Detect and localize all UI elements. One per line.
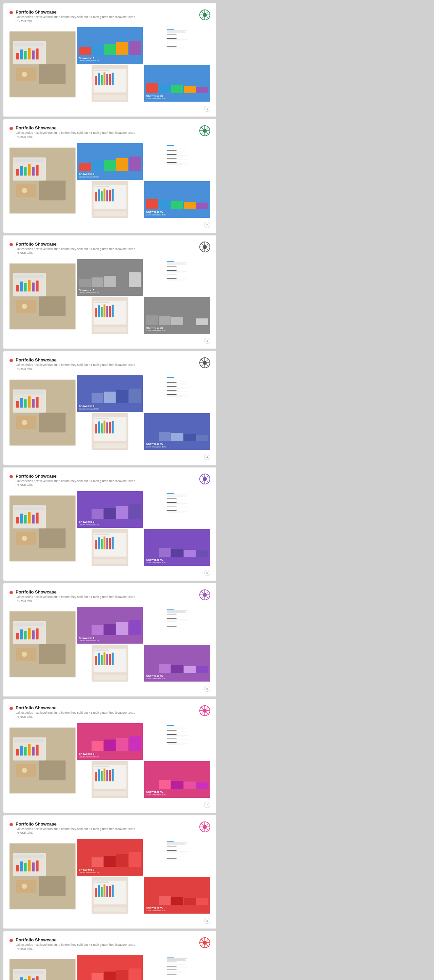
svg-rect-177 <box>36 397 39 407</box>
card-header-left: Portfolio Showcase Laktespedes next leve… <box>10 10 144 23</box>
showcase01-label: Showcase 0 <box>79 57 141 60</box>
svg-rect-245 <box>167 504 184 504</box>
svg-rect-362 <box>94 768 104 769</box>
svg-rect-355 <box>167 740 184 741</box>
svg-rect-14 <box>20 50 23 60</box>
svg-line-272 <box>206 597 209 599</box>
card-title: Portfolio Showcase <box>16 937 144 942</box>
svg-rect-105 <box>93 212 126 216</box>
svg-rect-29 <box>167 36 187 36</box>
showcase01-sub: Earth Showcase BCO <box>79 756 141 758</box>
svg-rect-183 <box>167 379 188 379</box>
svg-rect-402 <box>167 850 177 851</box>
showcase02-label: Showcase 02 <box>146 675 208 678</box>
svg-rect-80 <box>167 150 177 151</box>
svg-rect-450 <box>167 960 187 961</box>
showcase-grid: Showcase 0 Earth Showcase BCO <box>10 375 210 450</box>
svg-rect-88 <box>167 159 188 159</box>
card-header-left: Portfolio Showcase Laktespedes next leve… <box>10 474 144 487</box>
logo-icon <box>199 474 210 484</box>
svg-rect-96 <box>94 186 109 187</box>
card-title: Portfolio Showcase <box>16 10 144 14</box>
showcase-cell-top-mid: Showcase 0 Earth Showcase BCO <box>77 27 143 64</box>
svg-rect-368 <box>109 770 110 781</box>
showcase-cell-bottom-mid <box>77 413 143 450</box>
svg-rect-149 <box>94 302 109 303</box>
showcase-cell-large <box>10 607 76 682</box>
showcase02-label: Showcase 02 <box>146 790 208 794</box>
svg-rect-305 <box>167 628 183 628</box>
svg-rect-407 <box>167 856 187 856</box>
card-footer: 5 <box>10 568 210 576</box>
svg-rect-103 <box>109 190 110 201</box>
showcase-cell-large <box>10 375 76 450</box>
showcase-cell-bottom-right: Showcase 02 Earth Showcase BCO <box>144 413 210 450</box>
svg-rect-416 <box>95 888 97 897</box>
svg-rect-30 <box>167 37 186 37</box>
card-title: Portfolio Showcase <box>16 589 144 595</box>
svg-rect-18 <box>36 49 39 60</box>
svg-rect-309 <box>94 652 104 653</box>
svg-rect-449 <box>167 959 185 960</box>
svg-rect-292 <box>167 614 177 614</box>
showcase01-label: Showcase 0 <box>79 636 141 640</box>
svg-rect-102 <box>106 190 108 201</box>
showcase-cell-top-mid: Showcase 0 Earth Showcase BCO <box>77 839 143 876</box>
card-subtitle: Laktespedes next level trust fund before… <box>16 711 144 719</box>
svg-rect-414 <box>94 882 109 883</box>
svg-rect-332 <box>20 746 23 756</box>
svg-rect-206 <box>101 423 102 433</box>
svg-rect-304 <box>167 627 188 628</box>
svg-rect-388 <box>32 862 35 871</box>
svg-rect-363 <box>95 772 97 781</box>
svg-rect-35 <box>167 43 188 43</box>
svg-line-433 <box>201 945 203 947</box>
svg-rect-86 <box>167 156 184 156</box>
svg-rect-348 <box>167 733 186 733</box>
svg-rect-182 <box>167 377 174 378</box>
svg-rect-460 <box>167 972 187 972</box>
svg-rect-452 <box>167 963 188 963</box>
svg-rect-79 <box>167 149 187 149</box>
showcase02-sub: Earth Showcase BCO <box>146 794 208 796</box>
svg-rect-315 <box>109 654 110 665</box>
svg-rect-249 <box>167 509 184 509</box>
svg-rect-119 <box>16 285 19 291</box>
svg-rect-38 <box>167 46 177 47</box>
svg-rect-351 <box>167 736 184 737</box>
svg-rect-405 <box>167 854 177 854</box>
svg-line-324 <box>201 706 203 709</box>
showcase02-sub: Earth Showcase BCO <box>146 678 208 679</box>
showcase02-sub: Earth Showcase BCO <box>146 562 208 564</box>
svg-line-325 <box>206 713 209 715</box>
svg-point-20 <box>22 72 27 77</box>
card-subtitle: Laktespedes next level trust fund before… <box>16 15 144 23</box>
showcase-cell-top-right <box>144 723 210 760</box>
svg-rect-334 <box>28 744 31 756</box>
card-subtitle: Laktespedes next level trust fund before… <box>16 827 144 835</box>
showcase-cell-bottom-right: Showcase 02 Earth Showcase BCO <box>144 65 210 102</box>
svg-rect-188 <box>167 384 187 384</box>
svg-rect-295 <box>167 617 186 617</box>
svg-line-59 <box>201 127 203 129</box>
svg-rect-280 <box>24 631 27 639</box>
showcase02-label: Showcase 02 <box>146 906 208 910</box>
svg-rect-238 <box>167 496 187 497</box>
svg-point-54 <box>203 129 207 133</box>
page-number: 1 <box>204 106 210 112</box>
showcase-cell-bottom-mid <box>77 181 143 218</box>
svg-rect-256 <box>94 536 104 537</box>
showcase02-sub: Earth Showcase BCO <box>146 446 208 448</box>
svg-point-391 <box>22 883 27 889</box>
svg-rect-74 <box>39 181 66 200</box>
svg-rect-31 <box>167 38 177 39</box>
svg-point-73 <box>22 188 27 193</box>
logo-icon <box>199 937 210 948</box>
card-2: Portfolio Showcase Laktespedes next leve… <box>3 119 216 232</box>
card-6: Portfolio Showcase Laktespedes next leve… <box>3 583 216 697</box>
svg-rect-101 <box>104 188 105 201</box>
svg-rect-290 <box>167 611 185 612</box>
svg-rect-211 <box>93 444 126 448</box>
card-title: Portfolio Showcase <box>16 821 144 827</box>
svg-rect-339 <box>39 760 66 780</box>
